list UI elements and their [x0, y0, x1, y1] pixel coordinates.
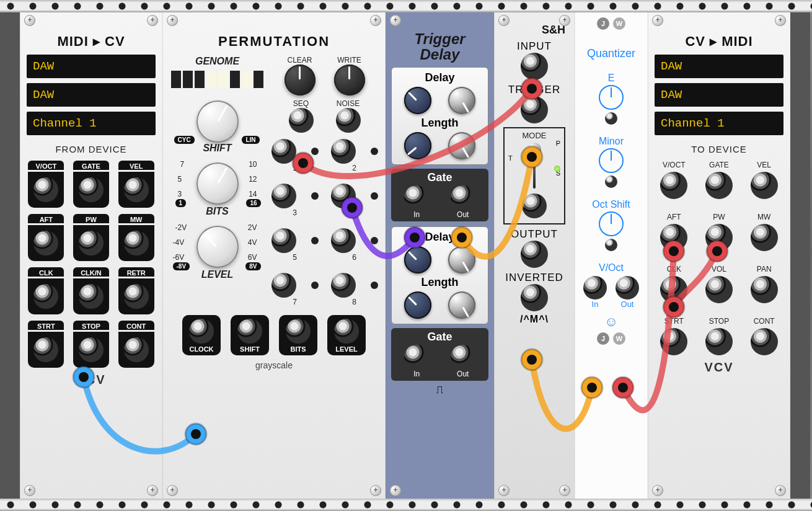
cv-midi-channel-lcd[interactable]: Channel 1 [655, 112, 783, 135]
mute-dot-icon[interactable] [371, 237, 378, 244]
midi-cv-clk-n-jack[interactable] [79, 284, 104, 309]
seq-jack[interactable] [289, 108, 314, 133]
td-gate1-in-jack[interactable] [404, 185, 429, 210]
cv-midi-clk-jack[interactable] [660, 276, 687, 303]
td-delay1-cv-knob[interactable] [448, 87, 475, 114]
cv-midi-aft-jack[interactable] [660, 224, 687, 251]
noise-jack[interactable] [336, 108, 361, 133]
td-delay2-cv-knob[interactable] [448, 246, 475, 273]
mute-dot-icon[interactable] [371, 192, 378, 200]
mute-dot-icon[interactable] [371, 282, 378, 289]
permutation-out-7-jack[interactable] [271, 273, 296, 298]
td-gate1-out-jack[interactable] [451, 185, 475, 210]
permutation-out-6-jack[interactable] [331, 228, 356, 253]
cv-midi-vol-jack[interactable] [705, 276, 733, 303]
midi-cv-jack-cell: STOP [72, 321, 111, 368]
td-length2-knob[interactable] [404, 291, 431, 319]
midi-cv-strt-jack[interactable] [33, 337, 58, 362]
cv-midi-pw-jack[interactable] [705, 224, 733, 251]
td-gate2-out-jack[interactable] [451, 345, 475, 370]
midi-cv-stop-jack[interactable] [79, 337, 104, 362]
permutation-bits-input-jack[interactable] [286, 319, 311, 344]
td-length1-knob[interactable] [404, 132, 431, 159]
j-badge-icon: J [597, 17, 609, 30]
permutation-out-4-jack[interactable] [331, 184, 356, 208]
sh-input-jack[interactable] [521, 53, 548, 80]
permutation-out-1-jack[interactable] [271, 139, 296, 164]
midi-cv-jack-box [28, 332, 64, 368]
permutation-out-2-jack[interactable] [331, 139, 356, 164]
td-delay-label: Delay [395, 71, 484, 84]
td-delay2-knob[interactable] [404, 246, 431, 273]
midi-cv-pw-jack[interactable] [79, 231, 104, 256]
cv-midi-v-oct-jack[interactable] [660, 172, 687, 199]
midi-cv-jack-cell: PW [72, 214, 111, 261]
screw-icon [167, 15, 178, 26]
midi-cv-mw-jack[interactable] [124, 231, 149, 256]
midi-cv-retr-jack[interactable] [124, 284, 149, 309]
permutation-out-8-jack[interactable] [331, 273, 356, 298]
sh-led-icon [554, 166, 560, 172]
qtz-root-knob[interactable] [599, 85, 624, 110]
qtz-oct-cv-jack[interactable] [605, 239, 617, 251]
mute-dot-icon[interactable] [311, 237, 319, 244]
cv-midi-jack-label: PW [713, 213, 725, 221]
midi-cv-cont-jack[interactable] [124, 337, 149, 362]
td-length2-cv-knob[interactable] [448, 291, 475, 319]
qtz-out-jack[interactable] [616, 276, 639, 300]
midi-cv-v-oct-jack[interactable] [33, 177, 58, 202]
cv-midi-device-lcd[interactable]: DAW [655, 83, 783, 107]
td-gate2-in-jack[interactable] [404, 345, 429, 370]
permutation-out-label: 3 [293, 208, 297, 217]
qtz-in-jack[interactable] [583, 276, 607, 300]
midi-cv-device-lcd[interactable]: DAW [27, 83, 156, 107]
sh-mode-cv-jack[interactable] [522, 193, 547, 218]
midi-cv-jack-cell: CLK/N [72, 267, 111, 314]
cv-midi-strt-jack[interactable] [660, 328, 687, 355]
td-section-1: Delay Length [391, 67, 488, 165]
cv-midi-gate-jack[interactable] [705, 172, 733, 199]
cv-midi-vel-jack[interactable] [751, 172, 778, 199]
cv-midi-pan-jack[interactable] [751, 276, 778, 303]
level-tick: -6V [173, 253, 185, 262]
bits-knob[interactable] [196, 162, 239, 205]
rack-row: MIDI ▸ CV DAW DAW Channel 1 FROM DEVICE … [0, 12, 812, 499]
level-knob[interactable] [196, 226, 239, 268]
midi-cv-aft-jack[interactable] [33, 231, 58, 256]
cv-midi-cont-jack[interactable] [751, 328, 778, 355]
midi-cv-gate-jack[interactable] [79, 177, 104, 202]
sh-trigger-label: TRIGGER [495, 84, 574, 96]
qtz-scale-cv-jack[interactable] [605, 176, 617, 188]
sh-mode-switch[interactable] [527, 143, 541, 156]
write-button[interactable] [334, 64, 365, 96]
td-delay1-knob[interactable] [404, 87, 431, 114]
cv-midi-jack-label: VEL [757, 161, 771, 169]
shift-knob[interactable] [196, 100, 239, 143]
cv-midi-mw-jack[interactable] [751, 224, 778, 251]
permutation-out-5-jack[interactable] [271, 228, 296, 253]
permutation-clock-input-jack[interactable] [189, 319, 214, 344]
mute-dot-icon[interactable] [311, 148, 319, 155]
mute-dot-icon[interactable] [371, 148, 378, 155]
midi-cv-driver-lcd[interactable]: DAW [27, 55, 156, 78]
midi-cv-clk-jack[interactable] [33, 284, 58, 309]
sh-trigger-jack[interactable] [521, 96, 548, 123]
midi-cv-jack-cell: V/OCT [27, 161, 66, 208]
cv-midi-stop-jack[interactable] [705, 328, 733, 355]
mute-dot-icon[interactable] [311, 192, 319, 200]
qtz-oct-knob[interactable] [599, 211, 624, 236]
clear-button[interactable] [285, 64, 316, 96]
permutation-level-input-jack[interactable] [334, 319, 359, 344]
cv-midi-jack-cell: AFT [655, 213, 694, 251]
midi-cv-channel-lcd[interactable]: Channel 1 [27, 112, 156, 135]
cv-midi-driver-lcd[interactable]: DAW [655, 55, 783, 78]
midi-cv-vel-jack[interactable] [124, 177, 149, 202]
sh-output-jack[interactable] [521, 241, 548, 268]
qtz-scale-knob[interactable] [599, 148, 624, 173]
permutation-out-3-jack[interactable] [271, 184, 296, 208]
td-length1-cv-knob[interactable] [448, 132, 475, 159]
permutation-shift-input-jack[interactable] [237, 319, 262, 344]
mute-dot-icon[interactable] [311, 282, 319, 289]
qtz-root-cv-jack[interactable] [605, 112, 617, 125]
sh-inverted-jack[interactable] [521, 284, 548, 311]
